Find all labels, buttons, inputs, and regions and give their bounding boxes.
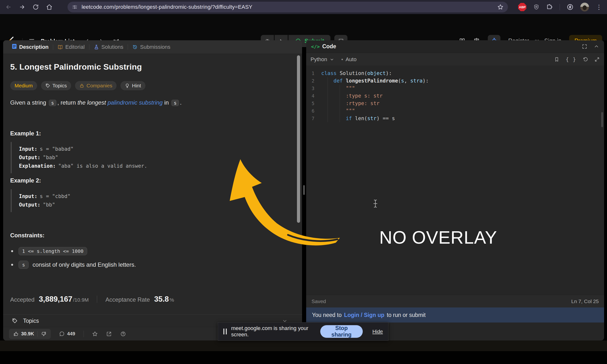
back-icon[interactable] <box>5 4 12 10</box>
editor-scrollbar[interactable] <box>601 112 603 127</box>
hide-link[interactable]: Hide <box>372 329 383 334</box>
statement-text: in <box>163 99 171 106</box>
bullet-icon <box>11 264 13 266</box>
stats-row: Accepted 3,889,167 /10.9M Acceptance Rat… <box>10 295 174 304</box>
code-line[interactable]: 7 if len(str) == s <box>306 115 604 122</box>
acceptance-rate-value: 35.8 <box>154 295 169 304</box>
format-braces-icon[interactable]: { } <box>566 57 576 62</box>
example-1-heading: Example 1: <box>10 130 41 137</box>
login-signup-link[interactable]: Login / Sign up <box>344 312 384 318</box>
constraint-code: 1 <= s.length <= 1000 <box>18 247 87 255</box>
collapse-panel-icon[interactable] <box>594 44 599 49</box>
browser-toolbar: leetcode.com/problems/longest-palindromi… <box>0 0 607 14</box>
url-bar[interactable]: leetcode.com/problems/longest-palindromi… <box>67 2 508 12</box>
auto-toggle[interactable]: • Auto <box>341 56 357 63</box>
constraints-heading: Constraints: <box>10 232 44 239</box>
comment-count: 449 <box>67 331 75 337</box>
bullet-icon <box>11 250 13 252</box>
topics-section-label: Topics <box>23 318 39 324</box>
browser-menu-icon[interactable]: ⋮ <box>596 4 602 10</box>
comments-button[interactable]: 449 <box>59 331 75 337</box>
favorite-star-icon[interactable] <box>92 331 98 337</box>
tab-description[interactable]: Description <box>9 44 52 51</box>
inline-code-s: s <box>172 100 179 106</box>
forward-icon[interactable] <box>19 4 25 10</box>
code-line[interactable]: 3 """ <box>306 84 604 92</box>
tab-submissions[interactable]: Submissions <box>129 44 174 50</box>
indent-guide <box>328 77 328 122</box>
bookmark-star-icon[interactable] <box>497 4 503 10</box>
panel-tabbar: Description Editorial Solutions Submissi… <box>3 40 302 54</box>
topics-badge-label: Topics <box>53 83 67 89</box>
percent-sign: % <box>170 297 174 303</box>
cursor-position: Ln 7, Col 25 <box>571 299 599 304</box>
editor-statusbar: Saved Ln 7, Col 25 <box>306 295 604 307</box>
code-line[interactable]: 6 """ <box>306 107 604 115</box>
like-dislike-group: 30.9K <box>9 329 51 339</box>
share-icon[interactable] <box>106 331 112 337</box>
constraint-code: s <box>18 261 29 269</box>
inline-code-s: s <box>49 100 56 106</box>
home-icon[interactable] <box>46 4 53 10</box>
stop-sharing-button[interactable]: Stop sharing <box>320 325 363 338</box>
tune-icon[interactable] <box>72 4 78 10</box>
code-line[interactable]: 2 def longestPalindrome(s, stra): <box>306 77 604 84</box>
badge-row: Medium Topics Companies Hint <box>10 81 145 90</box>
problem-statement: Given a string s, return the longest pal… <box>10 99 182 106</box>
login-banner: You need to Login / Sign up to run or su… <box>306 307 604 323</box>
code-line[interactable]: 4 :type s: str <box>306 92 604 100</box>
acceptance-rate-label: Acceptance Rate <box>105 296 150 303</box>
thumbs-down-icon <box>41 331 46 337</box>
accepted-value: 3,889,167 <box>39 295 72 304</box>
url-text[interactable]: leetcode.com/problems/longest-palindromi… <box>82 4 252 10</box>
code-line[interactable]: 5 :rtype: str <box>306 100 604 107</box>
code-panel-title: Code <box>322 43 336 50</box>
palindromic-substring-link[interactable]: palindromic substring <box>107 99 163 106</box>
accepted-total: /10.9M <box>73 297 89 303</box>
reset-code-icon[interactable] <box>583 57 588 62</box>
adblock-extension-icon[interactable]: ABP <box>518 3 526 11</box>
tab-solutions[interactable]: Solutions <box>90 44 127 50</box>
toolbar-divider <box>560 4 560 10</box>
hint-badge[interactable]: Hint <box>120 81 145 90</box>
language-select[interactable]: Python <box>311 56 334 63</box>
example-line: Output:"bb" <box>19 201 70 209</box>
extensions-puzzle-icon[interactable] <box>546 4 553 11</box>
expand-editor-icon[interactable] <box>594 57 600 62</box>
difficulty-badge[interactable]: Medium <box>10 81 37 90</box>
energy-saver-icon[interactable] <box>567 4 573 11</box>
bookmark-icon[interactable] <box>554 57 559 62</box>
shield-extension-icon[interactable] <box>533 4 540 10</box>
tab-editorial[interactable]: Editorial <box>54 44 88 50</box>
statement-text: , return <box>57 99 78 106</box>
dot-icon: • <box>341 56 343 63</box>
topics-badge[interactable]: Topics <box>41 81 71 90</box>
section-divider <box>3 314 302 314</box>
example-2-heading: Example 2: <box>10 177 41 184</box>
lightbulb-icon <box>125 83 130 88</box>
arrow-shape <box>230 159 340 245</box>
code-icon: </> <box>311 44 320 50</box>
code-panel-header: </> Code <box>306 40 604 53</box>
companies-badge[interactable]: Companies <box>75 81 117 90</box>
tab-label: Description <box>19 44 49 50</box>
help-icon[interactable] <box>120 331 126 337</box>
code-line[interactable]: 1class Solution(object): <box>306 69 604 77</box>
reload-icon[interactable] <box>33 4 39 10</box>
fullscreen-icon[interactable] <box>582 44 587 49</box>
dislike-button[interactable] <box>38 331 50 337</box>
text-cursor-icon <box>373 199 378 209</box>
saved-status: Saved <box>312 299 326 304</box>
constraint-item: 1 <= s.length <= 1000 <box>11 247 87 255</box>
tab-label: Solutions <box>102 44 124 50</box>
screen-share-notification: meet.google.com is sharing your screen. … <box>218 322 388 341</box>
link-text: palindromic substring <box>107 99 163 106</box>
constraint-text: consist of only digits and English lette… <box>33 261 136 268</box>
avatar[interactable] <box>580 3 589 11</box>
example-1-block: Input:s = "babad" Output:"bab" Explanati… <box>11 142 147 173</box>
example-line: Input:s = "babad" <box>19 145 147 153</box>
like-button[interactable]: 30.9K <box>10 331 37 337</box>
code-lines: 1class Solution(object):2 def longestPal… <box>306 69 604 122</box>
statement-text: Given a string <box>10 99 46 106</box>
banner-text: to run or submit <box>387 312 426 318</box>
